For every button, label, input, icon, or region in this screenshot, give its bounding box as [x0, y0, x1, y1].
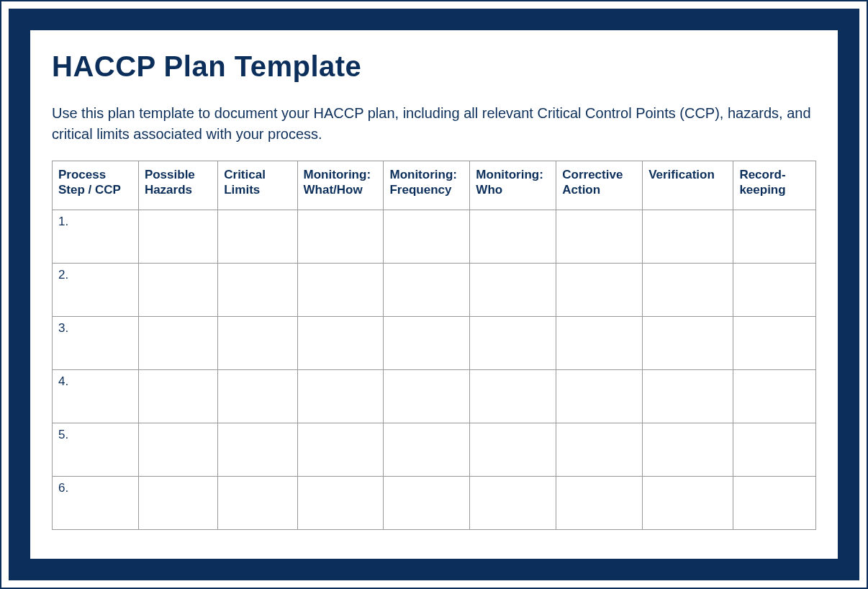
table-cell: [470, 264, 556, 317]
table-cell: [733, 210, 816, 264]
table-cell: [384, 477, 470, 530]
col-header-monitoring-frequency: Monitoring: Frequency: [384, 161, 470, 210]
table-cell: [556, 317, 643, 370]
table-cell: [556, 423, 643, 477]
table-row: 3.: [53, 317, 816, 370]
table-cell: [733, 317, 816, 370]
document-title: HACCP Plan Template: [52, 50, 816, 83]
row-number-cell: 1.: [53, 210, 139, 264]
row-number-cell: 2.: [53, 264, 139, 317]
table-cell: [733, 423, 816, 477]
table-cell: [643, 210, 733, 264]
table-cell: [556, 264, 643, 317]
table-cell: [470, 370, 556, 423]
col-header-corrective-action: Corrective Action: [556, 161, 643, 210]
table-cell: [643, 317, 733, 370]
table-body: 1. 2.: [53, 210, 816, 530]
table-row: 6.: [53, 477, 816, 530]
document-navy-border: HACCP Plan Template Use this plan templa…: [9, 9, 859, 580]
table-row: 1.: [53, 210, 816, 264]
table-cell: [138, 423, 217, 477]
table-cell: [556, 477, 643, 530]
row-number-cell: 3.: [53, 317, 139, 370]
document-inner-content: HACCP Plan Template Use this plan templa…: [30, 30, 838, 559]
table-cell: [643, 264, 733, 317]
table-cell: [556, 210, 643, 264]
table-cell: [733, 264, 816, 317]
table-cell: [138, 477, 217, 530]
table-cell: [384, 210, 470, 264]
table-cell: [556, 370, 643, 423]
table-cell: [297, 210, 384, 264]
table-cell: [218, 210, 297, 264]
table-cell: [384, 370, 470, 423]
table-cell: [138, 264, 217, 317]
table-cell: [218, 477, 297, 530]
table-cell: [470, 210, 556, 264]
table-cell: [297, 477, 384, 530]
table-cell: [297, 264, 384, 317]
table-cell: [470, 477, 556, 530]
table-cell: [218, 317, 297, 370]
table-cell: [218, 423, 297, 477]
table-cell: [384, 264, 470, 317]
table-cell: [384, 423, 470, 477]
table-cell: [297, 423, 384, 477]
col-header-process-step: Process Step / CCP: [53, 161, 139, 210]
haccp-table: Process Step / CCP Possible Hazards Crit…: [52, 161, 816, 530]
table-cell: [470, 317, 556, 370]
col-header-record-keeping: Record-keeping: [733, 161, 816, 210]
col-header-monitoring-who: Monitoring: Who: [470, 161, 556, 210]
table-cell: [138, 370, 217, 423]
table-row: 2.: [53, 264, 816, 317]
document-outer-frame: HACCP Plan Template Use this plan templa…: [0, 0, 868, 589]
table-cell: [384, 317, 470, 370]
row-number-cell: 5.: [53, 423, 139, 477]
table-row: 4.: [53, 370, 816, 423]
table-cell: [643, 477, 733, 530]
table-cell: [218, 264, 297, 317]
table-cell: [218, 370, 297, 423]
table-cell: [138, 210, 217, 264]
table-header-row: Process Step / CCP Possible Hazards Crit…: [53, 161, 816, 210]
col-header-possible-hazards: Possible Hazards: [138, 161, 217, 210]
table-cell: [297, 370, 384, 423]
document-description: Use this plan template to document your …: [52, 103, 816, 145]
row-number-cell: 6.: [53, 477, 139, 530]
col-header-verification: Verification: [643, 161, 733, 210]
table-cell: [470, 423, 556, 477]
table-cell: [643, 370, 733, 423]
row-number-cell: 4.: [53, 370, 139, 423]
table-cell: [297, 317, 384, 370]
table-cell: [138, 317, 217, 370]
table-cell: [643, 423, 733, 477]
col-header-monitoring-what-how: Monitoring: What/How: [297, 161, 384, 210]
table-row: 5.: [53, 423, 816, 477]
table-cell: [733, 477, 816, 530]
table-cell: [733, 370, 816, 423]
col-header-critical-limits: Critical Limits: [218, 161, 297, 210]
